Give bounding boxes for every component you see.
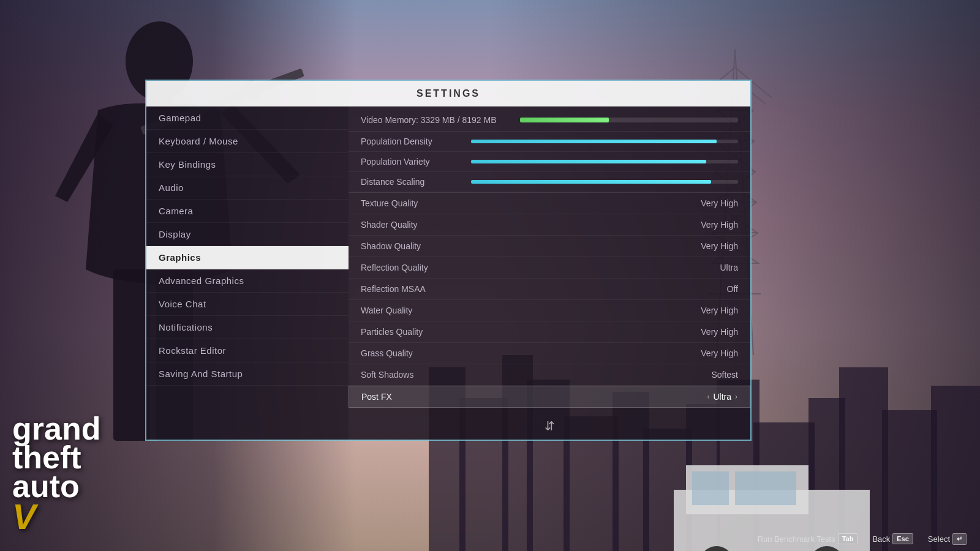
logo-line2: theft [12, 443, 100, 472]
nav-item-display[interactable]: Display [146, 223, 349, 246]
shadow-quality-row[interactable]: Shadow Quality Very High [349, 236, 750, 257]
reflection-msaa-value: Off [727, 284, 738, 294]
post-fx-row[interactable]: Post FX ‹ Ultra › [349, 386, 750, 408]
population-variety-label: Population Variety [361, 157, 471, 167]
video-memory-label: Video Memory: 3329 MB / 8192 MB [361, 115, 508, 125]
run-benchmark-action[interactable]: Run Benchmark Tests Tab [750, 531, 865, 547]
grass-quality-label: Grass Quality [361, 348, 413, 358]
reflection-quality-label: Reflection Quality [361, 263, 428, 272]
back-action[interactable]: Back Esc [865, 531, 920, 547]
population-density-label: Population Density [361, 137, 471, 146]
nav-item-key-bindings[interactable]: Key Bindings [146, 153, 349, 176]
nav-item-advanced-graphics[interactable]: Advanced Graphics [146, 269, 349, 293]
particles-quality-label: Particles Quality [361, 327, 423, 337]
settings-header: SETTINGS [146, 81, 750, 107]
bottom-bar: Run Benchmark Tests Tab Back Esc Select … [0, 527, 980, 551]
texture-quality-row[interactable]: Texture Quality Very High [349, 193, 750, 214]
video-memory-row: Video Memory: 3329 MB / 8192 MB [349, 107, 750, 132]
gta-logo: grand theft auto V [12, 414, 100, 533]
run-benchmark-key: Tab [838, 533, 858, 544]
shader-quality-label: Shader Quality [361, 220, 418, 230]
settings-nav: Gamepad Keyboard / Mouse Key Bindings Au… [146, 107, 349, 440]
select-action[interactable]: Select ↵ [921, 531, 974, 547]
nav-item-keyboard-mouse[interactable]: Keyboard / Mouse [146, 130, 349, 153]
population-variety-bar[interactable] [471, 160, 738, 163]
soft-shadows-label: Soft Shadows [361, 370, 413, 380]
back-label: Back [872, 534, 890, 544]
video-memory-bar [520, 118, 609, 122]
nav-item-graphics[interactable]: Graphics [146, 246, 349, 269]
post-fx-arrow-right[interactable]: › [735, 392, 737, 401]
reflection-quality-row[interactable]: Reflection Quality Ultra [349, 257, 750, 279]
distance-scaling-fill [471, 180, 711, 184]
svg-rect-39 [692, 471, 729, 505]
distance-scaling-bar[interactable] [471, 180, 738, 184]
shadow-quality-value: Very High [701, 241, 738, 251]
select-key: ↵ [952, 533, 967, 545]
settings-content: Video Memory: 3329 MB / 8192 MB Populati… [349, 107, 750, 440]
particles-quality-row[interactable]: Particles Quality Very High [349, 321, 750, 343]
population-density-fill [471, 140, 717, 143]
post-fx-value: Ultra [713, 392, 731, 402]
scroll-indicator: ⇵ [545, 419, 555, 433]
reflection-msaa-label: Reflection MSAA [361, 284, 426, 294]
reflection-msaa-row[interactable]: Reflection MSAA Off [349, 279, 750, 300]
nav-item-camera[interactable]: Camera [146, 200, 349, 223]
distance-scaling-row[interactable]: Distance Scaling [349, 172, 750, 192]
video-memory-bar-container [520, 118, 738, 122]
settings-title: SETTINGS [417, 88, 480, 99]
population-density-row[interactable]: Population Density [349, 132, 750, 152]
soft-shadows-row[interactable]: Soft Shadows Softest [349, 364, 750, 386]
settings-panel: SETTINGS Gamepad Keyboard / Mouse Key Bi… [145, 80, 752, 441]
settings-body: Gamepad Keyboard / Mouse Key Bindings Au… [146, 107, 750, 440]
water-quality-row[interactable]: Water Quality Very High [349, 300, 750, 321]
grass-quality-row[interactable]: Grass Quality Very High [349, 343, 750, 364]
content-scroll-area[interactable]: Video Memory: 3329 MB / 8192 MB Populati… [349, 107, 750, 440]
back-key: Esc [892, 533, 913, 544]
post-fx-value-container: ‹ Ultra › [707, 392, 737, 402]
svg-rect-40 [735, 471, 796, 505]
nav-item-voice-chat[interactable]: Voice Chat [146, 293, 349, 316]
nav-item-notifications[interactable]: Notifications [146, 316, 349, 339]
water-quality-label: Water Quality [361, 305, 412, 315]
run-benchmark-label: Run Benchmark Tests [758, 534, 835, 544]
population-density-bar[interactable] [471, 140, 738, 143]
reflection-quality-value: Ultra [720, 263, 738, 272]
texture-quality-value: Very High [701, 198, 738, 208]
population-variety-fill [471, 160, 706, 163]
water-quality-value: Very High [701, 305, 738, 315]
nav-item-gamepad[interactable]: Gamepad [146, 107, 349, 130]
nav-item-audio[interactable]: Audio [146, 176, 349, 200]
texture-quality-label: Texture Quality [361, 198, 418, 208]
post-fx-arrow-left[interactable]: ‹ [707, 392, 709, 401]
shadow-quality-label: Shadow Quality [361, 241, 421, 251]
select-label: Select [928, 534, 950, 544]
particles-quality-value: Very High [701, 327, 738, 337]
soft-shadows-value: Softest [711, 370, 738, 380]
nav-item-rockstar-editor[interactable]: Rockstar Editor [146, 339, 349, 362]
grass-quality-value: Very High [701, 348, 738, 358]
nav-item-saving-startup[interactable]: Saving And Startup [146, 362, 349, 386]
distance-scaling-label: Distance Scaling [361, 177, 471, 187]
population-variety-row[interactable]: Population Variety [349, 152, 750, 172]
shader-quality-row[interactable]: Shader Quality Very High [349, 214, 750, 236]
shader-quality-value: Very High [701, 220, 738, 230]
post-fx-label: Post FX [361, 392, 392, 402]
